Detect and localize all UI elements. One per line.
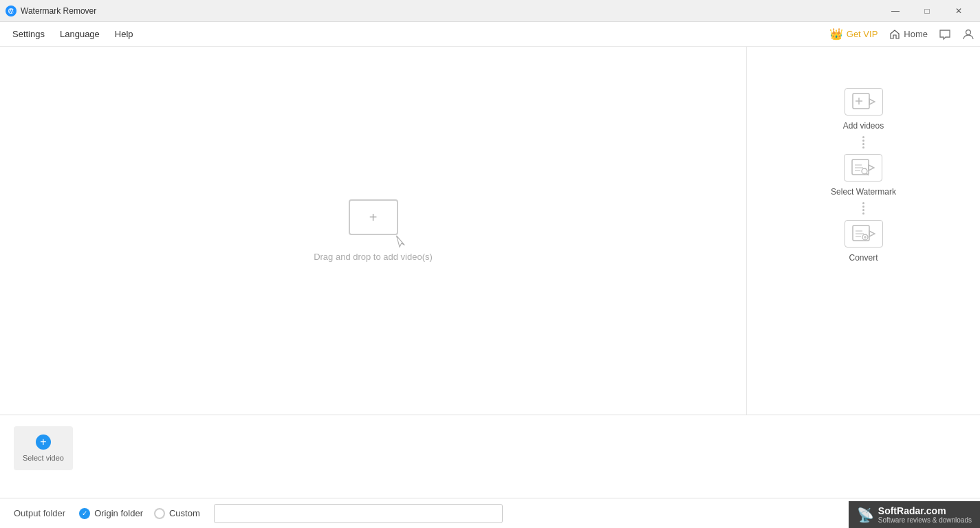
select-video-label: Select video: [23, 454, 64, 462]
custom-radio[interactable]: [154, 508, 165, 519]
softradar-text: SoftRadar.com Software reviews & downloa…: [878, 505, 972, 524]
drop-zone-icon: [349, 199, 398, 235]
menu-language[interactable]: Language: [53, 25, 107, 43]
close-button[interactable]: ✕: [943, 0, 974, 22]
user-button[interactable]: [962, 28, 974, 41]
custom-path-input[interactable]: [214, 504, 503, 523]
vip-button[interactable]: 👑 Get VIP: [829, 28, 878, 41]
right-sidebar: Add videos Select Waterma: [746, 47, 980, 415]
add-videos-icon: [845, 88, 883, 116]
home-button[interactable]: Home: [889, 28, 928, 41]
step3-label: Convert: [849, 253, 878, 263]
step2-label: Select Watermark: [831, 187, 896, 197]
title-bar-controls: — □ ✕: [880, 0, 974, 22]
app-icon: W: [6, 6, 17, 16]
origin-folder-radio[interactable]: [79, 508, 90, 519]
svg-rect-12: [853, 226, 869, 241]
vip-label: Get VIP: [847, 29, 878, 39]
minimize-button[interactable]: —: [880, 0, 911, 22]
step-connector-1: [862, 136, 864, 148]
main-container: Drag and drop to add video(s) Add videos: [0, 47, 980, 415]
bottom-area: + Select video Output folder Origin fold…: [0, 415, 980, 528]
svg-text:W: W: [9, 8, 14, 14]
select-video-button[interactable]: + Select video: [14, 426, 73, 470]
maximize-button[interactable]: □: [911, 0, 943, 22]
step-select-watermark[interactable]: Select Watermark: [831, 154, 896, 197]
step-convert[interactable]: Convert: [845, 220, 883, 263]
select-watermark-icon: [844, 154, 882, 182]
softradar-badge: 📡 SoftRadar.com Software reviews & downl…: [849, 501, 980, 528]
step1-label: Add videos: [843, 121, 884, 131]
origin-folder-label: Origin folder: [94, 508, 143, 518]
home-label: Home: [904, 29, 928, 39]
title-bar-left: W Watermark Remover: [6, 6, 96, 16]
softradar-name: SoftRadar.com: [878, 505, 972, 516]
crown-icon: 👑: [829, 28, 843, 41]
cursor-icon: [395, 235, 405, 249]
user-icon: [962, 28, 974, 41]
step-connector-2: [862, 202, 864, 214]
app-title: Watermark Remover: [21, 6, 96, 16]
output-folder-label: Output folder: [14, 508, 65, 518]
chat-button[interactable]: [939, 28, 951, 41]
menu-settings[interactable]: Settings: [6, 25, 52, 43]
chat-icon: [939, 28, 951, 41]
content-area: Drag and drop to add video(s): [0, 47, 746, 415]
radio-group: Origin folder Custom: [79, 508, 200, 519]
drop-zone[interactable]: Drag and drop to add video(s): [0, 47, 746, 415]
svg-rect-6: [852, 160, 869, 175]
home-icon: [889, 28, 901, 41]
menu-bar-left: Settings Language Help: [6, 25, 140, 43]
video-strip: + Select video: [0, 415, 980, 498]
add-circle-icon: +: [36, 434, 51, 450]
drop-zone-text: Drag and drop to add video(s): [314, 252, 433, 262]
origin-folder-option[interactable]: Origin folder: [79, 508, 143, 519]
svg-point-2: [966, 30, 971, 34]
title-bar: W Watermark Remover — □ ✕: [0, 0, 980, 22]
custom-option[interactable]: Custom: [154, 508, 200, 519]
menu-help[interactable]: Help: [108, 25, 140, 43]
footer-bar: Output folder Origin folder Custom: [0, 498, 980, 528]
radar-icon: 📡: [857, 507, 874, 523]
softradar-tagline: Software reviews & downloads: [878, 516, 972, 524]
convert-icon: [845, 220, 883, 248]
svg-point-10: [862, 168, 867, 174]
step-add-videos[interactable]: Add videos: [843, 88, 884, 131]
menu-bar-right: 👑 Get VIP Home: [829, 28, 974, 41]
drop-zone-icon-wrapper: [349, 199, 398, 243]
menu-bar: Settings Language Help 👑 Get VIP Home: [0, 22, 980, 47]
custom-label: Custom: [169, 508, 200, 518]
